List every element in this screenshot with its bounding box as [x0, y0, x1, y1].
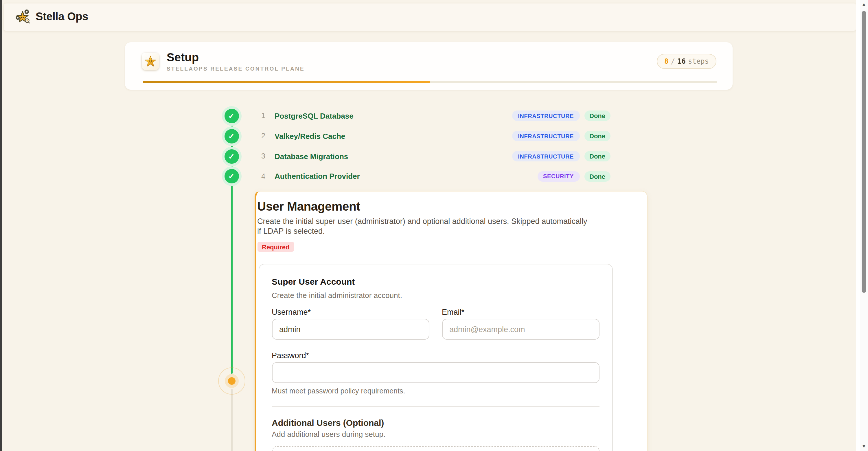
step-row-valkey-redis[interactable]: 2 Valkey/Redis Cache INFRASTRUCTURE Done [224, 126, 611, 146]
section-divider [272, 406, 599, 407]
email-field[interactable] [442, 319, 599, 340]
step-title: PostgreSQL Database [275, 111, 353, 120]
steps-done-count: 8 [664, 57, 669, 65]
super-user-subtitle: Create the initial administrator account… [272, 291, 599, 300]
username-label: Username* [272, 308, 429, 317]
email-label: Email* [442, 308, 599, 317]
step-title: Authentication Provider [275, 172, 360, 181]
step-title: Database Migrations [275, 152, 348, 161]
password-field[interactable] [272, 362, 599, 383]
category-badge: INFRASTRUCTURE [512, 110, 580, 121]
page-subtitle: STELLAOPS RELEASE CONTROL PLANE [167, 65, 305, 72]
setup-star-logo-icon [142, 53, 159, 70]
brand[interactable]: Stella Ops [13, 8, 88, 26]
step-row-db-migrations[interactable]: 3 Database Migrations INFRASTRUCTURE Don… [224, 146, 611, 166]
additional-users-title: Additional Users (Optional) [272, 418, 599, 428]
scroll-up-icon[interactable]: ▲ [860, 2, 868, 7]
status-badge: Done [584, 131, 611, 141]
setup-progress-fill [143, 81, 430, 83]
page-right-gutter [856, 0, 860, 451]
section-description: Create the initial super user (administr… [257, 216, 592, 236]
step-number: 3 [261, 152, 270, 160]
additional-users-subtitle: Add additional users during setup. [272, 430, 599, 439]
category-badge: INFRASTRUCTURE [512, 151, 580, 161]
status-badge: Done [584, 110, 611, 121]
status-badge: Done [584, 151, 611, 161]
step-row-postgresql[interactable]: 1 PostgreSQL Database INFRASTRUCTURE Don… [224, 105, 611, 126]
scroll-down-icon[interactable]: ▼ [860, 444, 868, 449]
step-number: 1 [261, 112, 270, 120]
steps-total-count: 16 [677, 57, 686, 65]
setup-header-card: Setup STELLAOPS RELEASE CONTROL PLANE 8/… [125, 42, 733, 90]
brand-title: Stella Ops [36, 11, 88, 24]
section-title: User Management [257, 200, 636, 213]
user-management-panel: User Management Create the initial super… [255, 191, 648, 451]
window-edge [0, 0, 2, 451]
password-label: Password* [272, 351, 599, 360]
category-badge: SECURITY [537, 171, 580, 182]
page-title: Setup [167, 51, 305, 64]
add-another-user-button[interactable]: + Add Another User [272, 446, 599, 451]
app-viewport: Stella Ops [0, 0, 868, 451]
username-field[interactable] [272, 319, 429, 340]
stellaops-star-mascot-icon [13, 8, 31, 26]
top-bar: Stella Ops [4, 3, 856, 30]
category-badge: INFRASTRUCTURE [512, 131, 580, 141]
status-badge: Done [584, 171, 611, 182]
step-number: 2 [261, 132, 270, 140]
step-number: 4 [261, 172, 270, 180]
steps-count-badge: 8/16 steps [657, 54, 716, 69]
current-step-indicator [228, 377, 235, 384]
super-user-title: Super User Account [272, 277, 599, 287]
step-row-auth-provider[interactable]: 4 Authentication Provider SECURITY Done [224, 166, 611, 186]
step-title: Valkey/Redis Cache [275, 132, 345, 140]
users-form-card: Super User Account Create the initial ad… [258, 264, 613, 451]
password-hint: Must meet password policy requirements. [272, 387, 599, 396]
scrollbar-thumb[interactable] [862, 11, 866, 293]
timeline-connector-upcoming [231, 389, 232, 451]
required-badge: Required [257, 242, 294, 252]
setup-progress-bar [143, 81, 717, 83]
vertical-scrollbar[interactable]: ▲ ▼ [860, 0, 868, 451]
